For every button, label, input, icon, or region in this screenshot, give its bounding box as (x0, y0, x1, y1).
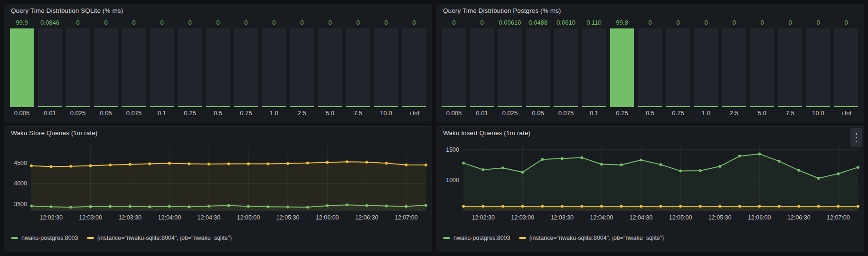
histogram-bar[interactable] (94, 28, 118, 107)
histogram-bar-group: 0.006100.025 (498, 18, 522, 117)
histogram-bar[interactable] (262, 28, 286, 107)
bar-value-label: 0 (374, 18, 398, 27)
x-tick-label: 10.0 (374, 107, 398, 117)
bar-value-label: 0.0846 (38, 18, 62, 27)
x-tick-label: 12:05:30 (708, 214, 732, 221)
x-tick-label: 7.5 (346, 107, 370, 117)
panel-title[interactable]: Waku Store Queries (1m rate) (4, 127, 432, 137)
panel-title[interactable]: Query Time Distribution SQLite (% ms) (4, 4, 432, 15)
x-tick-label: 0.05 (94, 107, 118, 117)
x-tick-label: 2.5 (290, 107, 314, 117)
histogram-bar[interactable] (346, 28, 370, 107)
x-tick-label: 0.025 (498, 107, 522, 117)
panel-menu-icon[interactable] (850, 128, 862, 147)
bar-value-label: 0 (318, 18, 342, 27)
timeseries-chart[interactable]: 1000150012:02:3012:03:0012:03:3012:04:00… (436, 139, 864, 233)
x-tick-label: 12:06:30 (355, 214, 378, 221)
histogram-bar[interactable] (374, 28, 398, 107)
grafana-dashboard: Query Time Distribution SQLite (% ms) 99… (0, 0, 868, 256)
histogram-bar[interactable] (234, 28, 258, 107)
panel-title[interactable]: Query Time Distribution Postgres (% ms) (436, 4, 864, 15)
bar-value-label: 99.8 (610, 18, 634, 27)
series-point (660, 205, 662, 208)
bar-value-label: 0 (638, 18, 662, 27)
series-point (521, 205, 524, 208)
histogram-bar[interactable] (526, 28, 550, 107)
x-tick-label: 0.005 (442, 107, 466, 117)
series-point (541, 205, 544, 208)
histogram-bar[interactable] (470, 28, 494, 107)
histogram-bar[interactable] (10, 28, 34, 107)
histogram-bar[interactable] (834, 28, 858, 107)
series-point (640, 159, 642, 162)
x-tick-label: 0.5 (638, 107, 662, 117)
x-tick-label: 5.0 (318, 107, 342, 117)
panel-title[interactable]: Waku Insert Queries (1m rate) (436, 127, 864, 137)
histogram-bar-fill (206, 106, 230, 107)
histogram-bar[interactable] (290, 28, 314, 107)
series-point (69, 165, 72, 168)
histogram-bar[interactable] (638, 28, 662, 107)
histogram-bar[interactable] (806, 28, 830, 107)
histogram-bar[interactable] (150, 28, 174, 107)
histogram-bar-group: 07.5 (346, 18, 370, 117)
series-point (541, 158, 544, 161)
x-tick-label: 12:05:30 (276, 214, 300, 221)
y-tick-label: 4000 (14, 180, 27, 187)
histogram-bar[interactable] (38, 28, 62, 107)
x-tick-label: 7.5 (778, 107, 802, 117)
histogram-bar[interactable] (178, 28, 202, 107)
legend-item[interactable]: {instance="nwaku-sqlite:8004", job="nwak… (519, 235, 664, 241)
histogram-bar[interactable] (442, 28, 466, 107)
histogram-bar[interactable] (750, 28, 774, 107)
bar-value-label: 0 (178, 18, 202, 27)
series-point (817, 205, 820, 208)
x-tick-label: 12:03:00 (511, 214, 534, 221)
legend-swatch-icon (443, 237, 450, 239)
histogram-bar-fill (402, 106, 426, 107)
series-point (679, 170, 682, 173)
histogram-bar-group: 01.0 (262, 18, 286, 117)
histogram-bar[interactable] (722, 28, 746, 107)
histogram-bar[interactable] (318, 28, 342, 107)
histogram-bar[interactable] (554, 28, 578, 107)
histogram-bar[interactable] (122, 28, 146, 107)
histogram-bar-fill (638, 106, 662, 107)
series-point (660, 163, 662, 166)
histogram-bar-fill (10, 28, 34, 107)
panel-waku-insert-queries: Waku Insert Queries (1m rate) 1000150012… (436, 126, 864, 252)
histogram-bar[interactable] (66, 28, 90, 107)
histogram-bar[interactable] (206, 28, 230, 107)
x-tick-label: 10.0 (806, 107, 830, 117)
x-tick-label: 12:04:00 (590, 214, 613, 221)
bar-value-label: 0 (94, 18, 118, 27)
histogram-bar[interactable] (610, 28, 634, 107)
y-tick-label: 1000 (446, 177, 459, 183)
series-point (679, 205, 682, 208)
histogram-bar[interactable] (582, 28, 606, 107)
histogram-bar-fill (122, 106, 146, 107)
series-point (758, 153, 761, 155)
histogram-bar-group: 00.01 (470, 18, 494, 117)
histogram-bar-fill (374, 106, 398, 107)
histogram-bar[interactable] (498, 28, 522, 107)
legend-item[interactable]: {instance="nwaku-sqlite:8004", job="nwak… (87, 235, 232, 241)
histogram-bar[interactable] (666, 28, 690, 107)
histogram-bar-group: 00.75 (234, 18, 258, 117)
histogram-bar-fill (94, 106, 118, 107)
series-point (640, 205, 642, 208)
histogram-bar[interactable] (402, 28, 426, 107)
timeseries-chart[interactable]: 35004000450012:02:3012:03:0012:03:3012:0… (4, 139, 432, 233)
series-point (837, 205, 840, 208)
bar-value-label: 0.110 (582, 18, 606, 27)
x-tick-label: 0.05 (526, 107, 550, 117)
histogram-bar-group: 00.25 (178, 18, 202, 117)
panel-query-time-distribution-sqlite: Query Time Distribution SQLite (% ms) 99… (4, 4, 432, 122)
histogram-bar[interactable] (694, 28, 718, 107)
legend-item[interactable]: nwaku-postgres:8003 (11, 235, 78, 241)
x-tick-label: +Inf (402, 107, 426, 117)
x-tick-label: 12:05:00 (237, 214, 260, 221)
x-tick-label: 12:05:00 (669, 214, 692, 221)
histogram-bar[interactable] (778, 28, 802, 107)
legend-item[interactable]: nwaku-postgres:8003 (443, 235, 510, 241)
